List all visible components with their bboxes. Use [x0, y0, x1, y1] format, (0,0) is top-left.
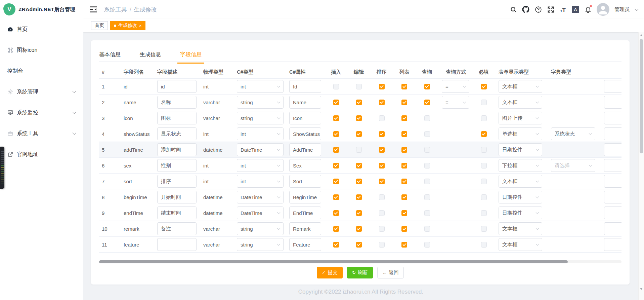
query-checkbox[interactable] [424, 210, 430, 216]
csharp-type-select[interactable]: int [237, 80, 284, 93]
sidebar-item-console[interactable]: 控制台 [0, 61, 83, 81]
list-checkbox[interactable] [401, 163, 407, 168]
dict-type-select[interactable]: 请选择 [551, 159, 595, 172]
chevron-down-icon[interactable] [635, 7, 638, 11]
sort-checkbox[interactable] [379, 242, 385, 248]
csharp-type-select[interactable]: string [237, 112, 284, 124]
column-description-input[interactable]: 结束时间 [157, 207, 197, 219]
font-size-icon[interactable]: тT [559, 6, 567, 13]
edit-checkbox[interactable] [356, 226, 362, 232]
query-checkbox[interactable] [424, 84, 430, 89]
scrollbar-up-arrow[interactable] [640, 34, 643, 36]
csharp-type-select[interactable]: int [237, 175, 284, 188]
tab-basic-info[interactable]: 基本信息 [99, 46, 121, 64]
column-description-input[interactable]: 性别 [157, 159, 197, 172]
required-checkbox[interactable] [481, 115, 487, 121]
csharp-type-select[interactable]: string [237, 238, 284, 251]
back-button[interactable]: ←返回 [377, 267, 404, 278]
vertical-scrollbar-thumb[interactable] [640, 39, 643, 153]
display-type-select[interactable]: 文本框 [499, 222, 542, 235]
tab-field-info[interactable]: 字段信息 [180, 46, 202, 64]
edit-checkbox[interactable] [356, 163, 362, 168]
column-description-input[interactable]: 显示状态 [157, 127, 197, 140]
extra-input[interactable] [604, 112, 621, 124]
required-checkbox[interactable] [481, 131, 487, 137]
sort-checkbox[interactable] [379, 147, 385, 153]
list-checkbox[interactable] [401, 115, 407, 121]
sidebar-fold-icon[interactable] [89, 6, 97, 13]
required-checkbox[interactable] [481, 194, 487, 200]
sidebar-item-system-monitor[interactable]: 系统监控 [0, 102, 83, 123]
list-checkbox[interactable] [401, 131, 407, 137]
required-checkbox[interactable] [481, 147, 487, 153]
display-type-select[interactable]: 文本框 [499, 238, 542, 251]
breadcrumb-parent[interactable]: 系统工具 [104, 6, 127, 13]
insert-checkbox[interactable] [333, 147, 339, 153]
insert-checkbox[interactable] [333, 194, 339, 200]
display-type-select[interactable]: 下拉框 [499, 159, 542, 172]
column-description-input[interactable]: 名称 [157, 96, 197, 109]
column-description-input[interactable]: 添加时间 [157, 143, 197, 156]
query-checkbox[interactable] [424, 179, 430, 184]
required-checkbox[interactable] [481, 100, 487, 105]
edit-checkbox[interactable] [356, 194, 362, 200]
submit-button[interactable]: ✓提交 [317, 267, 343, 278]
github-icon[interactable] [522, 6, 529, 13]
search-icon[interactable] [510, 6, 517, 13]
user-avatar[interactable] [597, 3, 609, 16]
sidebar-item-system-tools[interactable]: 系统工具 [0, 123, 83, 144]
insert-checkbox[interactable] [333, 84, 339, 89]
csharp-property-input[interactable]: ShowStatus [289, 127, 321, 140]
column-description-input[interactable]: 图标 [157, 112, 197, 124]
csharp-property-input[interactable]: Name [289, 96, 321, 109]
dev-widget-handle[interactable] [0, 147, 4, 189]
extra-input[interactable] [604, 222, 621, 235]
required-checkbox[interactable] [481, 242, 487, 248]
sort-checkbox[interactable] [379, 84, 385, 89]
translate-icon[interactable]: A [572, 6, 579, 13]
display-type-select[interactable]: 日期控件 [499, 143, 542, 156]
column-description-input[interactable]: 开始时间 [157, 191, 197, 203]
display-type-select[interactable]: 图片上传 [499, 112, 542, 124]
query-checkbox[interactable] [424, 226, 430, 232]
sort-checkbox[interactable] [379, 194, 385, 200]
csharp-type-select[interactable]: string [237, 222, 284, 235]
extra-input[interactable] [604, 143, 621, 156]
insert-checkbox[interactable] [333, 115, 339, 121]
sidebar-item-home[interactable]: 首页 [0, 19, 83, 40]
insert-checkbox[interactable] [333, 226, 339, 232]
edit-checkbox[interactable] [356, 210, 362, 216]
fullscreen-icon[interactable] [547, 6, 554, 13]
scrollbar-down-arrow[interactable] [640, 288, 643, 290]
edit-checkbox[interactable] [356, 179, 362, 184]
display-type-select[interactable]: 单选框 [499, 127, 542, 140]
csharp-property-input[interactable]: Icon [289, 112, 321, 124]
csharp-type-select[interactable]: int [237, 159, 284, 172]
sort-checkbox[interactable] [379, 210, 385, 216]
query-checkbox[interactable] [424, 147, 430, 153]
query-checkbox[interactable] [424, 115, 430, 121]
csharp-property-input[interactable]: Feature [289, 238, 321, 251]
column-description-input[interactable] [157, 238, 197, 251]
required-checkbox[interactable] [481, 226, 487, 232]
list-checkbox[interactable] [401, 147, 407, 153]
edit-checkbox[interactable] [356, 84, 362, 89]
sort-checkbox[interactable] [379, 115, 385, 121]
edit-checkbox[interactable] [356, 147, 362, 153]
extra-input[interactable] [604, 175, 621, 188]
csharp-property-input[interactable]: Remark [289, 222, 321, 235]
required-checkbox[interactable] [481, 84, 487, 89]
display-type-select[interactable]: 文本框 [499, 80, 542, 93]
refresh-button[interactable]: ↻刷新 [347, 267, 373, 278]
extra-input[interactable] [604, 127, 621, 140]
required-checkbox[interactable] [481, 179, 487, 184]
query-mode-select[interactable]: = [442, 80, 469, 93]
dict-type-select[interactable]: 系统状态 [551, 127, 595, 140]
edit-checkbox[interactable] [356, 131, 362, 137]
sidebar-item-icons[interactable]: 图标icon [0, 40, 83, 61]
csharp-type-select[interactable]: DateTime [237, 207, 284, 219]
extra-input[interactable] [604, 80, 621, 93]
list-checkbox[interactable] [401, 100, 407, 105]
insert-checkbox[interactable] [333, 179, 339, 184]
insert-checkbox[interactable] [333, 100, 339, 105]
